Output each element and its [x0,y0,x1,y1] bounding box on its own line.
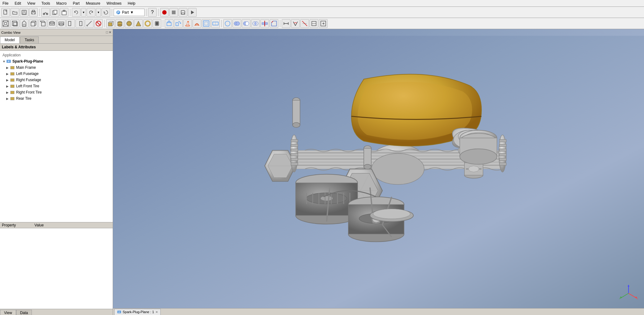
boolean-cut-button[interactable] [242,19,250,28]
menu-macro[interactable]: Macro [55,1,68,6]
new-button[interactable] [1,8,10,17]
left-fuselage-label: Left Fuselage [16,72,39,76]
3d-viewport[interactable]: Z X Y P Spark-Plug-Plane : 1 ✕ [113,29,644,315]
clear-measure-button[interactable] [300,19,309,28]
copy-button[interactable] [50,8,59,17]
right-front-tire-icon [10,90,15,95]
undo-dropdown[interactable]: ▼ [81,8,86,17]
view-left-button[interactable] [66,19,75,28]
view-right-button[interactable] [76,19,84,28]
refresh-button[interactable] [102,8,110,17]
viewport-tab-close[interactable]: ✕ [155,310,158,314]
right-fuselage-arrow: ▶ [6,78,10,82]
cylinder-tool[interactable] [115,19,124,28]
menu-tools[interactable]: Tools [40,1,51,6]
view-back-button[interactable] [38,19,47,28]
tube-tool[interactable] [153,19,161,28]
viewport-tab-main[interactable]: P Spark-Plug-Plane : 1 ✕ [114,309,161,315]
export-button[interactable] [319,19,328,28]
cut-button[interactable] [41,8,50,17]
3d-model-svg [113,29,644,315]
loft-tool[interactable] [183,19,192,28]
undo-button[interactable] [72,8,80,17]
paste-button[interactable] [60,8,68,17]
tab-model[interactable]: Model [0,37,20,43]
left-fuselage-arrow: ▶ [6,72,10,76]
property-content [0,228,113,309]
redo-button[interactable] [87,8,95,17]
offset-tool[interactable] [202,19,211,28]
tree-item-right-fuselage[interactable]: ▶ Right Fuselage [1,77,111,83]
svg-line-52 [112,25,113,26]
tree-item-rear-tire[interactable]: ▶ Rear Tire [1,95,111,102]
measure-button[interactable] [85,19,94,28]
tree-item-main-frame[interactable]: ▶ Main Frame [1,64,111,71]
view-wireframe-button[interactable] [223,19,232,28]
svg-marker-31 [22,21,26,26]
svg-rect-176 [499,158,506,161]
tree-item-left-front-tire[interactable]: ▶ Left Front Tire [1,83,111,89]
svg-rect-6 [32,13,35,14]
menu-measure[interactable]: Measure [85,1,102,6]
svg-rect-99 [11,85,14,88]
sphere-tool[interactable] [125,19,133,28]
no-icon-button[interactable] [94,19,103,28]
view-tab[interactable]: View [0,310,16,315]
svg-rect-5 [32,10,35,12]
sweep-tool[interactable] [193,19,201,28]
chamfer-button[interactable] [270,19,278,28]
menu-help[interactable]: Help [127,1,137,6]
exhaust-pipe-left [293,98,300,128]
save-button[interactable] [20,8,28,17]
svg-line-24 [3,25,4,26]
combo-restore-button[interactable]: □ [106,30,108,34]
open-button[interactable] [11,8,19,17]
extrude-tool[interactable] [165,19,173,28]
boolean-intersect-button[interactable] [251,19,260,28]
left-front-tire-icon [10,84,15,89]
svg-rect-177 [499,163,506,165]
svg-rect-14 [63,10,65,11]
combo-close-button[interactable]: ✕ [109,30,111,34]
svg-rect-0 [4,10,7,14]
menu-edit[interactable]: Edit [13,1,22,6]
redo-dropdown[interactable]: ▼ [96,8,101,17]
svg-rect-69 [205,22,208,25]
boolean-union-button[interactable] [233,19,241,28]
view-top-button[interactable] [48,19,56,28]
torus-tool[interactable] [143,19,152,28]
menu-view[interactable]: View [26,1,37,6]
measure-linear-button[interactable] [282,19,290,28]
stop-button[interactable] [169,8,178,17]
section-button[interactable] [260,19,269,28]
tree-item-left-fuselage[interactable]: ▶ Left Fuselage [1,71,111,77]
thickness-tool[interactable] [211,19,220,28]
tree-item-right-front-tire[interactable]: ▶ Right Front Tire [1,89,111,95]
measure-angular-button[interactable] [291,19,300,28]
data-tab[interactable]: Data [16,310,32,315]
box-tool[interactable] [106,19,115,28]
print-button[interactable] [29,8,38,17]
view-front-button[interactable] [29,19,38,28]
tree-root-item[interactable]: ▼ P Spark-Plug-Plane [1,58,111,64]
cone-tool[interactable] [134,19,143,28]
help-cursor-button[interactable]: ? [148,8,157,17]
menu-file[interactable]: File [1,1,10,6]
toggle-measure-button[interactable] [310,19,318,28]
home-view-button[interactable] [20,19,28,28]
fit-all-button[interactable] [1,19,10,28]
view-bottom-button[interactable] [57,19,66,28]
workbench-dropdown[interactable]: P Part ▼ [114,9,145,16]
rear-tire-label: Rear Tire [16,96,31,101]
box-view-button[interactable] [11,19,19,28]
rear-tire-icon [10,96,15,101]
tab-tasks[interactable]: Tasks [20,37,39,43]
revolve-tool[interactable] [174,19,183,28]
menu-windows[interactable]: Windows [105,1,123,6]
macro-run-button[interactable] [188,8,197,17]
svg-text:Z: Z [628,284,629,285]
menu-part[interactable]: Part [72,1,81,6]
record-button[interactable] [160,8,169,17]
macro-save-button[interactable] [179,8,187,17]
svg-rect-167 [291,149,298,151]
